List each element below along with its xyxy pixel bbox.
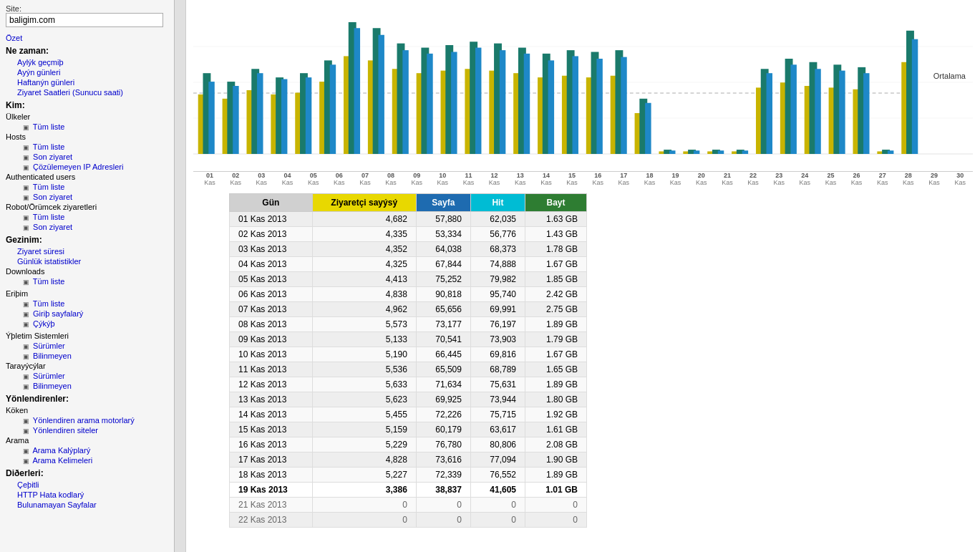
svg-rect-82 (815, 69, 820, 154)
x-axis-month: Kas (256, 179, 268, 186)
sidebar-ulkeler-tumlist[interactable]: ▣ Tüm liste (23, 122, 180, 132)
x-axis-month: Kas (566, 179, 578, 186)
svg-rect-55 (596, 59, 602, 154)
svg-rect-31 (402, 50, 408, 154)
cell-ziyaretci: 5,159 (312, 422, 416, 437)
sidebar-http-hata[interactable]: HTTP Hata kodlarý (17, 490, 180, 500)
table-row: 21 Kas 20130000 (230, 498, 587, 513)
cell-sayfa: 73,616 (416, 452, 470, 468)
svg-rect-7 (208, 82, 214, 154)
cell-hit: 80,806 (470, 437, 525, 452)
cell-hit: 41,605 (470, 483, 525, 498)
x-axis-group: 24Kas (792, 172, 818, 186)
cell-bayt: 1.85 GB (525, 272, 587, 287)
x-axis-month: Kas (903, 179, 914, 186)
svg-rect-46 (524, 54, 530, 154)
x-axis-month: Kas (800, 179, 811, 186)
x-axis-group: 08Kas (378, 172, 404, 186)
sidebar-hosts-cozulemeyen[interactable]: ▣ Çözülemeyen IP Adresleri (23, 162, 180, 172)
sidebar-scrollbar[interactable] (174, 0, 185, 552)
sidebar-tarayici-surumler[interactable]: ▣ Sürümler (23, 371, 180, 381)
cell-sayfa: 57,880 (416, 212, 470, 227)
x-axis-month: Kas (618, 179, 630, 186)
sidebar-erisim-cikis[interactable]: ▣ Çýkýþ (23, 319, 180, 329)
x-axis-month: Kas (644, 179, 656, 186)
cell-hit: 56,776 (470, 227, 525, 242)
sidebar-auth-users: Authenticated users (6, 172, 180, 182)
cell-date: 22 Kas 2013 (230, 513, 313, 528)
cell-hit: 73,944 (470, 392, 525, 407)
x-axis-day: 08 (387, 172, 394, 179)
table-row: 02 Kas 20134,33553,33456,7761.43 GB (230, 227, 587, 242)
sidebar-ozet[interactable]: Özet (6, 33, 180, 43)
cell-ziyaretci: 4,828 (312, 452, 416, 468)
x-axis-day: 04 (283, 172, 291, 179)
cell-sayfa: 0 (416, 498, 470, 513)
sidebar-gunluk-istatistikler[interactable]: Günlük istatistikler (17, 256, 180, 266)
x-axis-month: Kas (359, 179, 371, 186)
sidebar-hosts-sonziyaret[interactable]: ▣ Son ziyaret (23, 152, 180, 162)
sidebar-aylik-gecmis[interactable]: Aylýk geçmiþ (17, 57, 180, 67)
sidebar-robot-sonziyaret[interactable]: ▣ Son ziyaret (23, 222, 180, 232)
sidebar-erisim-giris[interactable]: ▣ Giriþ sayfalarý (23, 309, 180, 319)
sidebar-nezaman-header: Ne zaman: (6, 46, 180, 56)
sidebar-bulunamayan[interactable]: Bulunamayan Sayfalar (17, 500, 180, 510)
cell-hit: 77,094 (470, 452, 525, 468)
x-axis-group: 28Kas (896, 172, 921, 186)
x-axis-month: Kas (230, 179, 241, 186)
sidebar-auth-tumlist[interactable]: ▣ Tüm liste (23, 182, 180, 192)
cell-bayt: 1.80 GB (525, 392, 587, 407)
sidebar-ypletim-surumler[interactable]: ▣ Sürümler (23, 341, 180, 351)
sidebar-koken-motorlar[interactable]: ▣ Yönlendiren arama motorlarý (23, 415, 180, 425)
sidebar-tarayici-bilinmeyen[interactable]: ▣ Bilinmeyen (23, 381, 180, 391)
sidebar-ziyaret-saatleri[interactable]: Ziyaret Saatleri (Sunucu saati) (17, 87, 180, 97)
cell-bayt: 1.43 GB (525, 227, 587, 242)
cell-date: 11 Kas 2013 (230, 362, 313, 377)
cell-ziyaretci: 5,229 (312, 437, 416, 452)
x-axis-month: Kas (928, 179, 940, 186)
sidebar-ayin-gunleri[interactable]: Ayýn günleri (17, 67, 180, 77)
cell-ziyaretci: 5,190 (312, 347, 416, 362)
sidebar-haftanin-gunleri[interactable]: Haftanýn günleri (17, 77, 180, 87)
sidebar-erisim: Eriþim (6, 289, 180, 299)
ortalama-label: Ortalama (933, 72, 966, 80)
bar-chart: Ortalama (193, 7, 973, 172)
svg-rect-94 (912, 39, 918, 154)
x-axis-group: 13Kas (508, 172, 533, 186)
cell-bayt: 1.67 GB (525, 257, 587, 272)
sidebar-auth-sonziyaret[interactable]: ▣ Son ziyaret (23, 192, 180, 202)
x-axis-group: 29Kas (921, 172, 947, 186)
cell-ziyaretci: 5,227 (312, 468, 416, 483)
svg-rect-88 (863, 73, 869, 154)
cell-date: 07 Kas 2013 (230, 302, 313, 317)
sidebar-ypletim-bilinmeyen[interactable]: ▣ Bilinmeyen (23, 351, 180, 361)
table-row: 16 Kas 20135,22976,78080,8062.08 GB (230, 437, 587, 452)
cell-hit: 75,631 (470, 377, 525, 392)
cell-sayfa: 69,925 (416, 392, 470, 407)
table-row: 03 Kas 20134,35264,03868,3731.78 GB (230, 242, 587, 257)
th-gun: Gün (230, 194, 313, 212)
sidebar-ziyaret-suresi[interactable]: Ziyaret süresi (17, 246, 180, 256)
cell-date: 15 Kas 2013 (230, 422, 313, 437)
cell-date: 10 Kas 2013 (230, 347, 313, 362)
x-axis-group: 02Kas (223, 172, 248, 186)
cell-date: 04 Kas 2013 (230, 257, 313, 272)
x-axis-month: Kas (437, 179, 449, 186)
th-hit: Hit (470, 194, 525, 212)
sidebar-downloads-tumlist[interactable]: ▣ Tüm liste (23, 276, 180, 286)
table-row: 14 Kas 20135,45572,22675,7151.92 GB (230, 407, 587, 422)
x-axis-month: Kas (954, 179, 966, 186)
sidebar-cesitli[interactable]: Çeþitli (17, 480, 180, 490)
sidebar-robot-tumlist[interactable]: ▣ Tüm liste (23, 212, 180, 222)
sidebar-hosts-tumlist[interactable]: ▣ Tüm liste (23, 142, 180, 152)
sidebar-erisim-tumlist[interactable]: ▣ Tüm liste (23, 299, 180, 309)
x-axis-day: 22 (749, 172, 757, 179)
svg-rect-16 (281, 79, 287, 155)
x-axis-group: 26Kas (844, 172, 870, 186)
x-axis-group: 18Kas (636, 172, 662, 186)
sidebar-arama-kalip[interactable]: ▣ Arama Kalýplarý (23, 445, 180, 455)
sidebar-arama-kelime[interactable]: ▣ Arama Kelimeleri (23, 455, 180, 465)
sidebar-koken-siteler[interactable]: ▣ Yönlendiren siteler (23, 425, 180, 435)
sidebar-tarayici: Tarayýcýlar (6, 361, 180, 371)
table-row: 10 Kas 20135,19066,44569,8161.67 GB (230, 347, 587, 362)
